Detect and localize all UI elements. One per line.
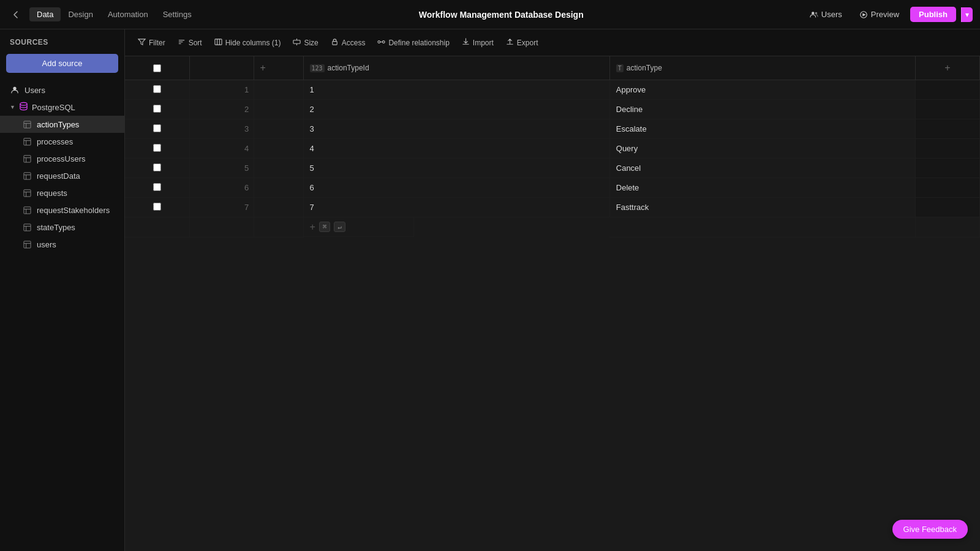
preview-icon xyxy=(859,10,868,19)
sidebar-item-postgresql[interactable]: ▼ PostgreSQL xyxy=(0,99,124,116)
sidebar-item-requestdata[interactable]: requestData xyxy=(0,167,124,184)
nav-automation[interactable]: Automation xyxy=(100,7,156,21)
import-button[interactable]: Import xyxy=(456,35,499,51)
select-all-checkbox[interactable] xyxy=(153,64,161,72)
table-row[interactable]: 3 3 Escalate xyxy=(125,119,980,139)
export-button[interactable]: Export xyxy=(500,35,544,51)
give-feedback-button[interactable]: Give Feedback xyxy=(892,520,968,539)
add-row-type xyxy=(609,217,915,238)
row-action-type: Approve xyxy=(609,80,915,100)
row-checkbox[interactable] xyxy=(153,85,161,93)
sidebar-item-statetypes[interactable]: stateTypes xyxy=(0,219,124,236)
svg-rect-21 xyxy=(23,206,30,213)
row-checkbox[interactable] xyxy=(153,203,161,211)
row-action-type-id: 3 xyxy=(303,119,609,139)
svg-rect-15 xyxy=(23,172,30,179)
row-extra-cell xyxy=(915,100,979,119)
add-source-button[interactable]: Add source xyxy=(6,54,118,73)
row-checkbox-cell xyxy=(125,100,189,119)
th-action-type-id[interactable]: 123 actionTypeId xyxy=(303,56,609,80)
table-row[interactable]: 1 1 Approve xyxy=(125,80,980,100)
svg-rect-9 xyxy=(23,138,30,144)
sidebar-item-requests[interactable]: requests xyxy=(0,184,124,201)
table-icon xyxy=(22,205,32,215)
define-relationship-button[interactable]: Define relationship xyxy=(372,35,454,51)
size-button[interactable]: Size xyxy=(287,35,323,51)
row-action-type: Delete xyxy=(609,178,915,198)
sidebar-item-requeststakeholders[interactable]: requestStakeholders xyxy=(0,201,124,219)
user-icon xyxy=(10,85,20,95)
back-button[interactable] xyxy=(7,6,24,23)
sidebar-item-actiontypes[interactable]: actionTypes xyxy=(0,116,124,133)
publish-button[interactable]: Publish xyxy=(910,7,956,22)
nav-design[interactable]: Design xyxy=(61,7,100,21)
nav-settings[interactable]: Settings xyxy=(156,7,199,21)
sidebar-item-processes[interactable]: processes xyxy=(0,133,124,150)
th-add-row-col[interactable]: + xyxy=(254,56,303,80)
row-checkbox[interactable] xyxy=(153,124,161,132)
nav-data[interactable]: Data xyxy=(29,7,61,21)
table-icon xyxy=(22,137,32,146)
add-row[interactable]: + ⌘ ↵ xyxy=(125,217,980,238)
table-icon xyxy=(22,119,32,129)
row-extra-cell xyxy=(915,159,979,178)
row-expand-cell xyxy=(254,100,303,119)
sidebar-item-processusers[interactable]: processUsers xyxy=(0,150,124,167)
import-icon xyxy=(462,38,470,48)
table-icon xyxy=(22,222,32,232)
row-checkbox[interactable] xyxy=(153,183,161,191)
postgresql-label: PostgreSQL xyxy=(32,103,75,112)
hide-columns-button[interactable]: Hide columns (1) xyxy=(209,35,287,51)
th-add-column[interactable]: + xyxy=(915,56,979,80)
row-number: 5 xyxy=(189,159,254,178)
table-icon xyxy=(22,239,32,249)
filter-button[interactable]: Filter xyxy=(132,35,171,51)
table-row[interactable]: 5 5 Cancel xyxy=(125,159,980,178)
add-row-expand xyxy=(254,217,303,238)
row-number: 6 xyxy=(189,178,254,198)
table-row[interactable]: 7 7 Fasttrack xyxy=(125,198,980,217)
row-number: 7 xyxy=(189,198,254,217)
sidebar-item-users[interactable]: Users xyxy=(0,81,124,99)
table-icon xyxy=(22,171,32,181)
type-type-icon: T xyxy=(616,64,624,72)
row-action-type-id: 2 xyxy=(303,100,609,119)
table-row[interactable]: 6 6 Delete xyxy=(125,178,980,198)
sidebar-item-users-table[interactable]: users xyxy=(0,236,124,253)
row-checkbox[interactable] xyxy=(153,163,161,171)
row-extra-cell xyxy=(915,178,979,198)
row-checkbox-cell xyxy=(125,178,189,198)
table-icon xyxy=(22,154,32,163)
row-extra-cell xyxy=(915,139,979,159)
size-icon xyxy=(293,38,301,48)
table-container: + 123 actionTypeId T actionType xyxy=(125,56,980,551)
filter-icon xyxy=(138,38,146,48)
access-button[interactable]: Access xyxy=(325,35,371,51)
users-button[interactable]: Users xyxy=(804,7,848,22)
preview-button[interactable]: Preview xyxy=(853,7,905,22)
row-action-type: Cancel xyxy=(609,159,915,178)
add-column-button[interactable]: + xyxy=(916,62,979,73)
relationship-icon xyxy=(377,38,385,48)
row-checkbox[interactable] xyxy=(153,105,161,113)
sort-button[interactable]: Sort xyxy=(172,35,208,51)
publish-dropdown-button[interactable]: ▾ xyxy=(961,7,973,22)
add-row-plus[interactable]: + xyxy=(310,222,315,233)
table-label: requestData xyxy=(37,171,80,181)
table-row[interactable]: 4 4 Query xyxy=(125,139,980,159)
row-checkbox[interactable] xyxy=(153,144,161,152)
row-expand-cell xyxy=(254,119,303,139)
svg-rect-36 xyxy=(293,40,300,43)
id-type-icon: 123 xyxy=(310,64,325,72)
page-title: Workflow Management Database Design xyxy=(202,10,801,20)
th-action-type[interactable]: T actionType xyxy=(609,56,915,80)
table-row[interactable]: 2 2 Decline xyxy=(125,100,980,119)
svg-rect-6 xyxy=(23,121,30,127)
add-row-action: + ⌘ ↵ xyxy=(304,217,414,237)
toolbar: Filter Sort Hide columns (1) Size xyxy=(125,29,980,56)
export-icon xyxy=(506,38,514,48)
row-action-type: Escalate xyxy=(609,119,915,139)
table-icon xyxy=(22,188,32,198)
row-checkbox-cell xyxy=(125,119,189,139)
th-rownum xyxy=(189,56,254,80)
